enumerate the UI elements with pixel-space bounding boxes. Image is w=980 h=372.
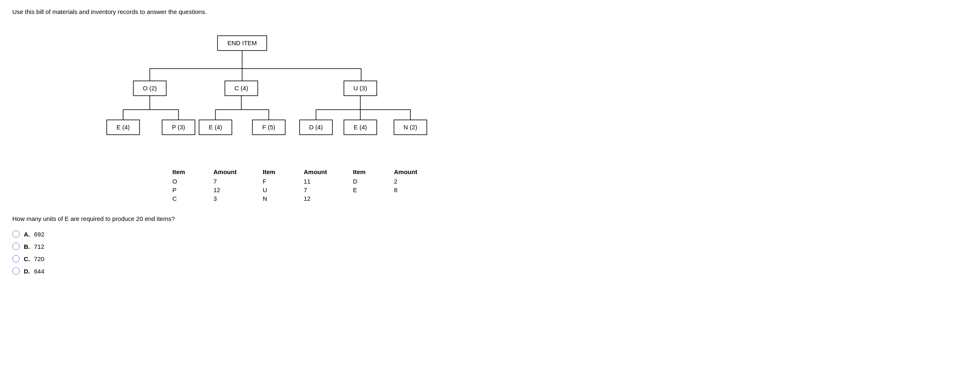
inv-t3-item-2: E	[353, 186, 378, 194]
choice-d-value: 644	[34, 268, 44, 275]
inv-t1-item-header: Item	[172, 168, 197, 175]
svg-text:N (2): N (2)	[403, 124, 417, 131]
choice-c-value: 720	[34, 255, 44, 262]
inv-table-3: Item Amount D 2 E 8	[353, 168, 419, 203]
inv-t2-amount-3: 12	[304, 194, 328, 203]
instruction-text: Use this bill of materials and inventory…	[12, 8, 968, 15]
svg-text:U (3): U (3)	[353, 85, 367, 92]
svg-text:O (2): O (2)	[143, 85, 157, 92]
inv-table-1: Item Amount O 7 P 12 C 3	[172, 168, 238, 203]
inv-table-1-header: Item Amount	[172, 168, 238, 177]
answer-choices: A. 692 B. 712 C. 720 D. 644	[12, 230, 968, 275]
svg-text:F (5): F (5)	[262, 124, 275, 131]
inv-t2-item-1: F	[263, 177, 287, 186]
inv-t3-amount-2: 8	[394, 186, 419, 194]
svg-text:P (3): P (3)	[172, 124, 185, 131]
inv-t3-row-1: D 2	[353, 177, 419, 186]
choice-b[interactable]: B. 712	[12, 243, 968, 250]
choice-b-label: B.	[24, 243, 30, 250]
inv-t2-row-1: F 11	[263, 177, 328, 186]
bom-tree-svg: END ITEM O (2) C (4) U (3) E (4) P (3)	[74, 28, 443, 159]
inv-t1-amount-3: 3	[213, 194, 238, 203]
choice-d[interactable]: D. 644	[12, 267, 968, 275]
svg-text:E (4): E (4)	[117, 124, 130, 131]
inv-t2-amount-1: 11	[304, 177, 328, 186]
inv-t2-amount-header: Amount	[304, 168, 328, 175]
choice-d-label: D.	[24, 268, 30, 275]
inv-t3-item-header: Item	[353, 168, 378, 175]
inv-t1-amount-1: 7	[213, 177, 238, 186]
inv-t1-amount-header: Amount	[213, 168, 238, 175]
svg-text:C (4): C (4)	[234, 85, 248, 92]
inv-t1-row-1: O 7	[172, 177, 238, 186]
inv-t3-row-2: E 8	[353, 186, 419, 194]
inv-table-2-header: Item Amount	[263, 168, 328, 177]
inv-t3-item-1: D	[353, 177, 378, 186]
inv-t2-item-header: Item	[263, 168, 287, 175]
choice-c-label: C.	[24, 255, 30, 262]
inv-t1-item-1: O	[172, 177, 197, 186]
radio-a[interactable]	[12, 230, 20, 238]
svg-text:E (4): E (4)	[209, 124, 222, 131]
inv-t2-row-3: N 12	[263, 194, 328, 203]
radio-d[interactable]	[12, 267, 20, 275]
inventory-table: Item Amount O 7 P 12 C 3 Item Amount	[172, 168, 968, 203]
inv-t1-item-3: C	[172, 194, 197, 203]
svg-text:END ITEM: END ITEM	[227, 39, 257, 46]
inv-t1-item-2: P	[172, 186, 197, 194]
choice-a[interactable]: A. 692	[12, 230, 968, 238]
inventory-section: Item Amount O 7 P 12 C 3 Item Amount	[172, 168, 968, 203]
inv-t1-amount-2: 12	[213, 186, 238, 194]
svg-text:E (4): E (4)	[354, 124, 367, 131]
inv-table-3-header: Item Amount	[353, 168, 419, 177]
svg-text:D (4): D (4)	[309, 124, 323, 131]
choice-a-label: A.	[24, 231, 30, 238]
question-text: How many units of E are required to prod…	[12, 215, 968, 222]
inv-t2-amount-2: 7	[304, 186, 328, 194]
radio-b[interactable]	[12, 243, 20, 250]
choice-b-value: 712	[34, 243, 44, 250]
inv-t3-amount-header: Amount	[394, 168, 419, 175]
choice-c[interactable]: C. 720	[12, 255, 968, 262]
inv-t2-item-3: N	[263, 194, 287, 203]
inv-t3-amount-1: 2	[394, 177, 419, 186]
tree-diagram: END ITEM O (2) C (4) U (3) E (4) P (3)	[74, 28, 968, 160]
inv-table-2: Item Amount F 11 U 7 N 12	[263, 168, 328, 203]
inv-t1-row-2: P 12	[172, 186, 238, 194]
choice-a-value: 692	[34, 231, 44, 238]
inv-t2-item-2: U	[263, 186, 287, 194]
inv-t2-row-2: U 7	[263, 186, 328, 194]
inv-t1-row-3: C 3	[172, 194, 238, 203]
radio-c[interactable]	[12, 255, 20, 262]
